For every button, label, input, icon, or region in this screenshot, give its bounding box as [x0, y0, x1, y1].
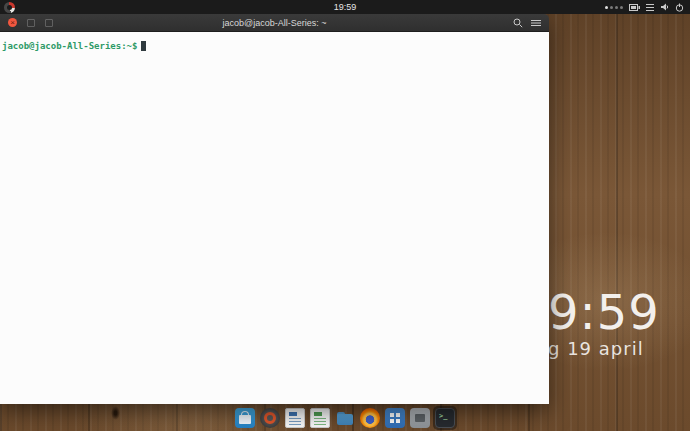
terminal-cursor [141, 41, 146, 51]
power-icon[interactable] [675, 3, 684, 12]
search-icon[interactable] [513, 18, 523, 28]
libreoffice-calc-icon [310, 408, 330, 428]
dock [233, 406, 457, 430]
terminal-window: × jacob@jacob-All-Series: ~ jacob@jacob-… [0, 14, 549, 404]
distro-logo-icon[interactable] [4, 2, 15, 13]
dock-item-utilities[interactable] [408, 406, 432, 430]
terminal-icon [435, 408, 455, 428]
utilities-icon [410, 408, 430, 428]
app-grid-icon [385, 408, 405, 428]
menu-icon[interactable] [646, 4, 654, 11]
desktop-clock-time: 9:59 [548, 288, 660, 336]
desktop-clock-date: g 19 april [548, 338, 660, 359]
shell-prompt: jacob@jacob-All-Series:~$ [2, 41, 137, 51]
welcome-icon [260, 408, 280, 428]
files-folder-icon [335, 408, 355, 428]
hamburger-menu-icon[interactable] [531, 19, 541, 27]
close-button[interactable]: × [8, 18, 17, 27]
workspace-dots[interactable] [605, 6, 623, 9]
window-title: jacob@jacob-All-Series: ~ [223, 18, 327, 28]
workspace-dot [610, 6, 613, 9]
titlebar[interactable]: × jacob@jacob-All-Series: ~ [0, 14, 549, 32]
workspace-dot [615, 6, 618, 9]
desktop-clock-widget: 9:59 g 19 april [548, 288, 660, 359]
maximize-icon[interactable] [45, 19, 53, 27]
titlebar-actions [513, 18, 549, 28]
volume-icon[interactable] [660, 3, 669, 11]
dock-item-terminal[interactable] [433, 406, 457, 430]
terminal-body[interactable]: jacob@jacob-All-Series:~$ [0, 32, 549, 404]
dock-item-welcome[interactable] [258, 406, 282, 430]
desktop: 9:59 g 19 april 19:59 [0, 0, 690, 431]
ubuntu-software-icon [235, 408, 255, 428]
firefox-icon [360, 408, 380, 428]
battery-icon[interactable] [629, 4, 640, 11]
minimize-icon[interactable] [27, 19, 35, 27]
dock-item-ubuntu-software[interactable] [233, 406, 257, 430]
workspace-dot-active [605, 6, 608, 9]
distro-logo-core [7, 5, 12, 10]
libreoffice-writer-icon [285, 408, 305, 428]
system-tray [605, 3, 690, 12]
dock-item-libreoffice-calc[interactable] [308, 406, 332, 430]
dock-item-files[interactable] [333, 406, 357, 430]
wood-knot [111, 406, 120, 420]
panel-clock[interactable]: 19:59 [334, 0, 357, 14]
top-panel: 19:59 [0, 0, 690, 14]
dock-item-libreoffice-writer[interactable] [283, 406, 307, 430]
dock-item-app-grid[interactable] [383, 406, 407, 430]
workspace-dot [620, 6, 623, 9]
dock-item-firefox[interactable] [358, 406, 382, 430]
